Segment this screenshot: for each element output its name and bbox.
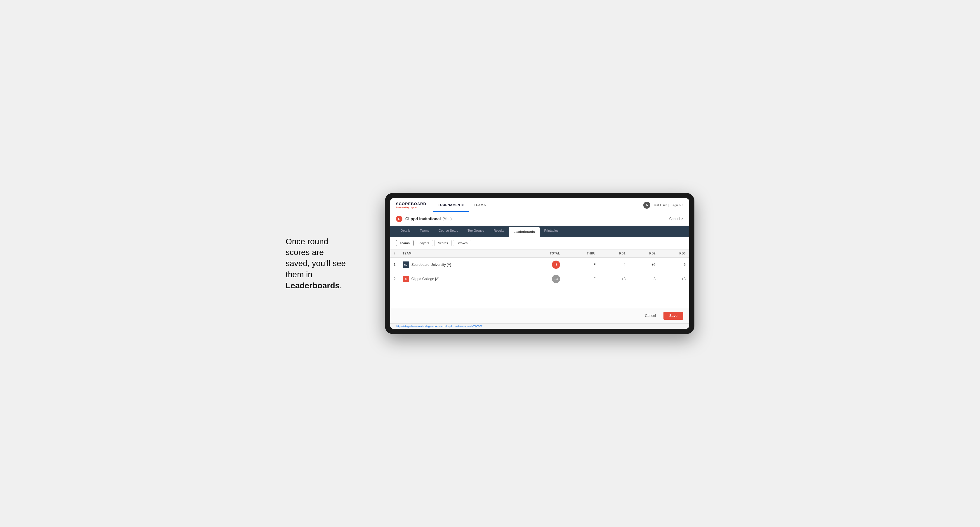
tab-details[interactable]: Details (396, 226, 415, 237)
tab-bar: Details Teams Course Setup Tee Groups Re… (390, 226, 689, 237)
col-rd2: RD2 (629, 249, 659, 258)
leaderboard-table: # TEAM TOTAL THRU RD1 RD2 RD3 1 S (390, 249, 689, 286)
sign-out-link[interactable]: Sign out (671, 203, 683, 207)
tab-printables[interactable]: Printables (539, 226, 563, 237)
left-line5-bold: Leaderboards (286, 281, 340, 290)
sub-tab-teams[interactable]: Teams (396, 240, 414, 246)
cell-rd1: -4 (599, 258, 629, 272)
nav-teams[interactable]: TEAMS (469, 198, 491, 212)
nav-links: TOURNAMENTS TEAMS (433, 198, 491, 212)
cancel-button-header[interactable]: Cancel × (669, 217, 683, 221)
nav-right: S Test User | Sign out (643, 202, 683, 209)
team-logo: SU (402, 262, 409, 268)
cell-rd3: +3 (659, 272, 689, 286)
tab-teams[interactable]: Teams (415, 226, 434, 237)
left-line2: scores are (286, 248, 324, 257)
tab-results[interactable]: Results (489, 226, 509, 237)
score-badge: -5 (552, 260, 560, 269)
left-line4: them in (286, 270, 312, 279)
user-avatar: S (643, 202, 650, 209)
cell-team: C Clippd College [A] (399, 272, 525, 286)
sub-tab-strokes[interactable]: Strokes (453, 240, 471, 246)
cell-rd2: -8 (629, 272, 659, 286)
team-logo: C (402, 276, 409, 282)
cell-rd2: +5 (629, 258, 659, 272)
sub-tab-players[interactable]: Players (415, 240, 433, 246)
top-nav: SCOREBOARD Powered by clippd TOURNAMENTS… (390, 198, 689, 212)
sub-tabs: Teams Players Scores Strokes (390, 237, 689, 249)
cancel-button-footer[interactable]: Cancel (640, 312, 660, 320)
logo-brand: clippd (410, 206, 417, 209)
user-name: Test User | (653, 203, 668, 207)
leaderboard-content: # TEAM TOTAL THRU RD1 RD2 RD3 1 S (390, 249, 689, 308)
logo-area: SCOREBOARD Powered by clippd (396, 202, 426, 209)
left-line1: Once round (286, 237, 328, 246)
col-total: TOTAL (525, 249, 563, 258)
tablet-device: SCOREBOARD Powered by clippd TOURNAMENTS… (385, 193, 694, 334)
table-row: 1 SU Scoreboard University [A] -5 F -4 +… (390, 258, 689, 272)
cell-rd1: +8 (599, 272, 629, 286)
left-line5-end: . (340, 281, 342, 290)
cell-team: SU Scoreboard University [A] (399, 258, 525, 272)
tab-course-setup[interactable]: Course Setup (434, 226, 463, 237)
table-row: 2 C Clippd College [A] +3 F +8 -8 +3 (390, 272, 689, 286)
modal-footer: Cancel Save (390, 308, 689, 323)
cell-thru: F (563, 258, 599, 272)
nav-tournaments[interactable]: TOURNAMENTS (433, 198, 469, 212)
col-rd3: RD3 (659, 249, 689, 258)
tournament-name: Clippd Invitational (405, 216, 441, 221)
cell-rd3: -6 (659, 258, 689, 272)
logo-text: SCOREBOARD (396, 202, 426, 206)
tab-leaderboards[interactable]: Leaderboards (509, 227, 539, 237)
team-name: Scoreboard University [A] (412, 263, 451, 267)
team-name: Clippd College [A] (412, 277, 439, 281)
left-description: Once round scores are saved, you'll see … (286, 236, 368, 291)
cell-total: -5 (525, 258, 563, 272)
col-thru: THRU (563, 249, 599, 258)
score-badge: +3 (552, 275, 560, 283)
tournament-gender: (Men) (442, 217, 452, 221)
sub-tab-scores[interactable]: Scores (434, 240, 452, 246)
cell-total: +3 (525, 272, 563, 286)
tournament-icon: C (396, 216, 402, 222)
col-rank: # (390, 249, 399, 258)
tournament-header: C Clippd Invitational (Men) Cancel × (390, 212, 689, 226)
cell-thru: F (563, 272, 599, 286)
col-team: TEAM (399, 249, 525, 258)
cell-rank: 1 (390, 258, 399, 272)
tab-tee-groups[interactable]: Tee Groups (463, 226, 489, 237)
col-rd1: RD1 (599, 249, 629, 258)
save-button[interactable]: Save (663, 312, 683, 320)
cell-rank: 2 (390, 272, 399, 286)
tablet-screen: SCOREBOARD Powered by clippd TOURNAMENTS… (390, 198, 689, 329)
logo-sub: Powered by clippd (396, 206, 426, 209)
left-line3: saved, you'll see (286, 259, 346, 268)
url-bar: https://stage-blue-coach.stagescoreboard… (390, 323, 689, 329)
